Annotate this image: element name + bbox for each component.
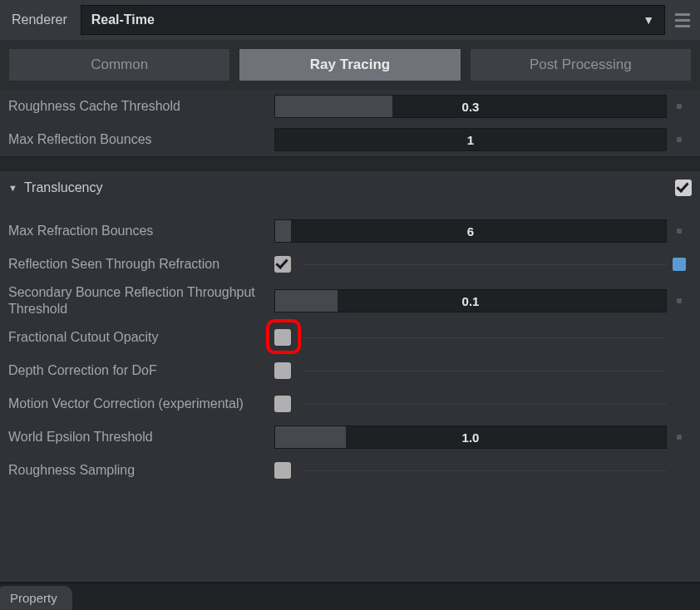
slider-value: 0.3 bbox=[462, 100, 480, 114]
row-tail bbox=[667, 298, 692, 303]
property-dot-icon bbox=[677, 137, 682, 142]
section-enable-checkbox[interactable] bbox=[675, 180, 692, 196]
row-tail bbox=[667, 435, 692, 440]
property-checkbox[interactable] bbox=[274, 329, 291, 346]
row-divider-line bbox=[303, 470, 667, 471]
row-divider-line bbox=[303, 264, 667, 265]
property-checkbox[interactable] bbox=[274, 362, 291, 379]
property-dot-icon bbox=[677, 104, 682, 109]
row-divider-line bbox=[303, 404, 667, 405]
property-label: Motion Vector Correction (experimental) bbox=[8, 396, 274, 412]
tab-common[interactable]: Common bbox=[8, 48, 230, 81]
property-checkbox[interactable] bbox=[274, 256, 291, 273]
property-row: Max Refraction Bounces6 bbox=[0, 214, 700, 248]
section-title: Translucency bbox=[24, 180, 103, 195]
property-row: Roughness Sampling bbox=[0, 454, 700, 487]
slider-value: 1.0 bbox=[462, 430, 480, 445]
property-row: World Epsilon Threshold1.0 bbox=[0, 421, 700, 454]
row-tail bbox=[667, 229, 692, 234]
property-slider[interactable]: 1.0 bbox=[274, 426, 667, 449]
tab-ray-tracing[interactable]: Ray Tracing bbox=[239, 48, 461, 81]
dropdown-triangle-icon: ▼ bbox=[643, 13, 654, 27]
property-label: Max Refraction Bounces bbox=[8, 223, 274, 239]
slider-value: 1 bbox=[467, 133, 474, 147]
property-row: Fractional Cutout Opacity bbox=[0, 321, 700, 354]
property-row: Roughness Cache Threshold0.3 bbox=[0, 90, 700, 123]
property-checkbox[interactable] bbox=[274, 396, 291, 412]
row-tail bbox=[667, 137, 692, 142]
hamburger-menu-icon[interactable] bbox=[673, 10, 693, 30]
property-row: Max Reflection Bounces1 bbox=[0, 123, 700, 156]
property-label: World Epsilon Threshold bbox=[8, 429, 274, 445]
property-row: Secondary Bounce Reflection Throughput T… bbox=[0, 281, 700, 321]
slider-value: 0.1 bbox=[462, 294, 480, 308]
renderer-value: Real-Time bbox=[91, 12, 155, 27]
row-divider-line bbox=[303, 337, 667, 338]
property-tab[interactable]: Property bbox=[0, 586, 72, 610]
property-dot-icon bbox=[677, 229, 682, 234]
property-label: Roughness Sampling bbox=[8, 462, 274, 479]
property-label: Roughness Cache Threshold bbox=[8, 98, 274, 115]
property-slider[interactable]: 6 bbox=[274, 219, 667, 243]
tab-post-processing[interactable]: Post Processing bbox=[470, 48, 692, 81]
property-row: Motion Vector Correction (experimental) bbox=[0, 387, 700, 421]
row-divider-line bbox=[303, 371, 667, 371]
renderer-select[interactable]: Real-Time ▼ bbox=[81, 5, 665, 35]
property-row: Reflection Seen Through Refraction bbox=[0, 248, 700, 281]
override-indicator-icon[interactable] bbox=[673, 258, 686, 271]
property-label: Depth Correction for DoF bbox=[8, 362, 274, 379]
row-tail bbox=[667, 104, 692, 109]
property-row: Depth Correction for DoF bbox=[0, 354, 700, 387]
property-label: Reflection Seen Through Refraction bbox=[8, 256, 274, 273]
property-label: Fractional Cutout Opacity bbox=[8, 329, 274, 346]
row-tail bbox=[667, 258, 692, 271]
property-label: Max Reflection Bounces bbox=[8, 131, 274, 148]
property-dot-icon bbox=[677, 298, 682, 303]
property-dot-icon bbox=[677, 435, 682, 440]
property-slider[interactable]: 1 bbox=[274, 128, 667, 151]
collapse-triangle-icon[interactable]: ▼ bbox=[8, 183, 17, 193]
slider-value: 6 bbox=[467, 224, 474, 239]
property-slider[interactable]: 0.3 bbox=[274, 95, 667, 118]
property-checkbox[interactable] bbox=[274, 462, 291, 479]
property-label: Secondary Bounce Reflection Throughput T… bbox=[8, 284, 274, 317]
property-slider[interactable]: 0.1 bbox=[274, 289, 667, 312]
renderer-label: Renderer bbox=[7, 9, 72, 31]
section-divider bbox=[0, 156, 700, 171]
